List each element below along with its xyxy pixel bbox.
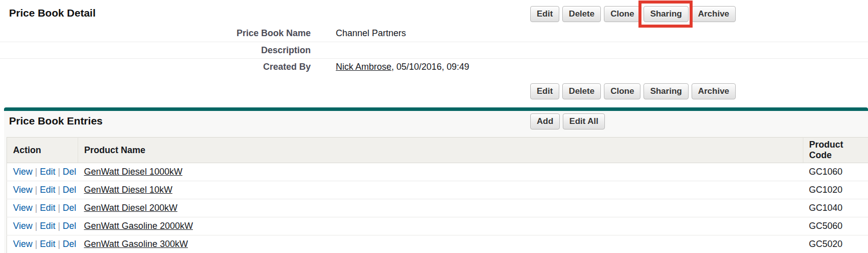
detail-field-rows: Price Book Name Channel Partners Descrip… bbox=[0, 25, 868, 75]
column-header-product-name: Product Name bbox=[78, 138, 803, 163]
action-cell: View|Edit|Del bbox=[7, 199, 78, 217]
detail-button-row-top: Edit Delete Clone Sharing Archive bbox=[530, 6, 736, 22]
price-book-entries-table: Action Product Name Product Code View|Ed… bbox=[7, 137, 868, 253]
price-book-name-value: Channel Partners bbox=[336, 28, 406, 39]
product-name-cell: GenWatt Diesel 200kW bbox=[78, 199, 803, 217]
product-name-cell: GenWatt Gasoline 300kW bbox=[78, 235, 803, 253]
created-by-user-link[interactable]: Nick Ambrose bbox=[336, 62, 391, 72]
product-name-cell: GenWatt Diesel 1000kW bbox=[78, 163, 803, 181]
del-link[interactable]: Del bbox=[63, 221, 76, 231]
clone-button[interactable]: Clone bbox=[604, 6, 640, 22]
edit-link[interactable]: Edit bbox=[40, 167, 55, 177]
action-cell: View|Edit|Del bbox=[7, 163, 78, 181]
edit-all-button[interactable]: Edit All bbox=[563, 113, 605, 130]
separator: | bbox=[55, 167, 63, 177]
created-by-value: Nick Ambrose, 05/10/2016, 09:49 bbox=[336, 62, 469, 72]
price-book-name-label: Price Book Name bbox=[0, 28, 311, 39]
entries-button-row: Add Edit All bbox=[530, 113, 605, 130]
detail-button-row-bottom: Edit Delete Clone Sharing Archive bbox=[530, 83, 736, 99]
separator: | bbox=[33, 167, 40, 177]
separator: | bbox=[55, 203, 63, 213]
entries-section-title: Price Book Entries bbox=[9, 115, 103, 127]
description-label: Description bbox=[0, 45, 311, 56]
del-link[interactable]: Del bbox=[63, 239, 76, 249]
edit-link[interactable]: Edit bbox=[40, 239, 55, 249]
product-name-link[interactable]: GenWatt Diesel 200kW bbox=[84, 203, 177, 213]
separator: | bbox=[55, 185, 63, 195]
view-link[interactable]: View bbox=[13, 221, 33, 231]
product-code-cell: GC1060 bbox=[803, 163, 868, 181]
column-header-product-code: Product Code bbox=[803, 138, 868, 163]
field-row-price-book-name: Price Book Name Channel Partners bbox=[0, 25, 868, 42]
created-by-label: Created By bbox=[0, 62, 311, 72]
add-button[interactable]: Add bbox=[530, 113, 560, 130]
table-row: View|Edit|Del GenWatt Diesel 1000kW GC10… bbox=[7, 163, 868, 181]
separator: | bbox=[33, 185, 40, 195]
column-header-action: Action bbox=[7, 138, 78, 163]
clone-button-bottom[interactable]: Clone bbox=[604, 83, 640, 99]
sharing-button-wrapper: Sharing bbox=[643, 6, 688, 22]
sharing-button-bottom[interactable]: Sharing bbox=[643, 83, 688, 99]
archive-button[interactable]: Archive bbox=[692, 6, 736, 22]
table-header-row: Action Product Name Product Code bbox=[7, 138, 868, 163]
table-row: View|Edit|Del GenWatt Gasoline 300kW GC5… bbox=[7, 235, 868, 253]
action-cell: View|Edit|Del bbox=[7, 181, 78, 199]
edit-button-bottom[interactable]: Edit bbox=[530, 83, 559, 99]
edit-link[interactable]: Edit bbox=[40, 203, 55, 213]
product-code-cell: GC5060 bbox=[803, 217, 868, 235]
edit-link[interactable]: Edit bbox=[40, 185, 55, 195]
section-accent-bar bbox=[4, 107, 868, 111]
product-code-cell: GC5020 bbox=[803, 235, 868, 253]
action-cell: View|Edit|Del bbox=[7, 235, 78, 253]
separator: | bbox=[33, 203, 40, 213]
separator: | bbox=[33, 221, 40, 231]
product-name-cell: GenWatt Gasoline 2000kW bbox=[78, 217, 803, 235]
view-link[interactable]: View bbox=[13, 203, 33, 213]
separator: | bbox=[55, 239, 63, 249]
view-link[interactable]: View bbox=[13, 167, 33, 177]
product-code-cell: GC1020 bbox=[803, 181, 868, 199]
view-link[interactable]: View bbox=[13, 185, 33, 195]
del-link[interactable]: Del bbox=[63, 203, 76, 213]
delete-button[interactable]: Delete bbox=[562, 6, 601, 22]
page-title: Price Book Detail bbox=[9, 7, 96, 19]
separator: | bbox=[33, 239, 40, 249]
product-code-cell: GC1040 bbox=[803, 199, 868, 217]
edit-link[interactable]: Edit bbox=[40, 221, 55, 231]
table-row: View|Edit|Del GenWatt Diesel 200kW GC104… bbox=[7, 199, 868, 217]
del-link[interactable]: Del bbox=[63, 185, 76, 195]
sharing-button[interactable]: Sharing bbox=[643, 6, 688, 22]
table-row: View|Edit|Del GenWatt Gasoline 2000kW GC… bbox=[7, 217, 868, 235]
action-cell: View|Edit|Del bbox=[7, 217, 78, 235]
table-row: View|Edit|Del GenWatt Diesel 10kW GC1020 bbox=[7, 181, 868, 199]
view-link[interactable]: View bbox=[13, 239, 33, 249]
field-row-created-by: Created By Nick Ambrose, 05/10/2016, 09:… bbox=[0, 59, 868, 75]
created-by-datetime: , 05/10/2016, 09:49 bbox=[391, 62, 469, 72]
product-name-link[interactable]: GenWatt Diesel 1000kW bbox=[84, 167, 182, 177]
delete-button-bottom[interactable]: Delete bbox=[562, 83, 601, 99]
product-name-link[interactable]: GenWatt Diesel 10kW bbox=[84, 185, 172, 195]
edit-button[interactable]: Edit bbox=[530, 6, 559, 22]
entries-table-wrapper: Action Product Name Product Code View|Ed… bbox=[7, 137, 868, 253]
separator: | bbox=[55, 221, 63, 231]
product-name-link[interactable]: GenWatt Gasoline 2000kW bbox=[84, 221, 193, 231]
archive-button-bottom[interactable]: Archive bbox=[692, 83, 736, 99]
product-name-link[interactable]: GenWatt Gasoline 300kW bbox=[84, 239, 188, 249]
del-link[interactable]: Del bbox=[63, 167, 76, 177]
product-name-cell: GenWatt Diesel 10kW bbox=[78, 181, 803, 199]
field-row-description: Description bbox=[0, 42, 868, 59]
